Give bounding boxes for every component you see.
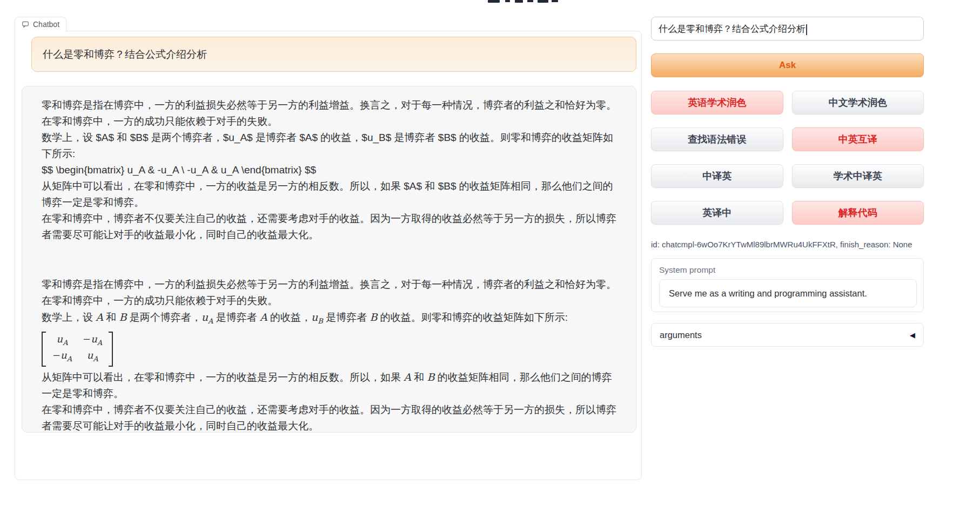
question-input[interactable]: 什么是零和博弈？结合公式介绍分析 — [651, 17, 924, 41]
heading-glyph-fragment — [488, 0, 500, 3]
action-academic-zh-to-en[interactable]: 学术中译英 — [792, 164, 924, 188]
bot-paragraph: 从矩阵中可以看出，在零和博弈中，一方的收益是另一方的相反数。所以，如果 $A$ … — [42, 178, 617, 211]
heading-glyph-fragment — [538, 0, 548, 3]
bot-message-block-raw: 零和博弈是指在博弈中，一方的利益损失必然等于另一方的利益增益。换言之，对于每一种… — [42, 97, 616, 243]
bot-paragraph: 在零和博弈中，博弈者不仅要关注自己的收益，还需要考虑对手的收益。因为一方取得的收… — [42, 211, 617, 243]
user-message-bubble: 什么是零和博弈？结合公式介绍分析 — [31, 37, 636, 72]
heading-glyph-fragment — [515, 0, 523, 3]
bot-message-block-rendered: 零和博弈是指在博弈中，一方的利益损失必然等于另一方的利益增益。换言之，对于每一种… — [42, 277, 616, 434]
matrix-cell: uA — [52, 333, 72, 349]
bot-paragraph: 数学上，设 $A$ 和 $B$ 是两个博弈者，$u_A$ 是博弈者 $A$ 的收… — [42, 130, 617, 162]
system-prompt-value: Serve me as a writing and programming as… — [669, 288, 867, 299]
bot-paragraph: 零和博弈是指在博弈中，一方的利益损失必然等于另一方的利益增益。换言之，对于每一种… — [42, 277, 617, 309]
text-caret — [806, 24, 807, 35]
response-meta-line: id: chatcmpl-6wOo7KrYTwMl89lbrMWRu4UkFFX… — [651, 240, 924, 249]
bot-paragraph: 在零和博弈中，博弈者不仅要关注自己的收益，还需要考虑对手的收益。因为一方取得的收… — [42, 402, 617, 434]
quick-action-grid: 英语学术润色 中文学术润色 查找语法错误 中英互译 中译英 学术中译英 英译中 … — [651, 91, 924, 225]
accordion-collapse-icon[interactable]: ◀ — [910, 331, 915, 339]
bot-paragraph-math: 从矩阵中可以看出，在零和博弈中，一方的收益是另一方的相反数。所以，如果 A 和 … — [42, 369, 617, 402]
heading-glyph-fragment — [505, 0, 510, 2]
bot-paragraph-math: 数学上，设 A 和 B 是两个博弈者，uA 是博弈者 A 的收益，uB 是博弈者… — [42, 309, 617, 329]
action-explain-code[interactable]: 解释代码 — [792, 201, 924, 225]
heading-glyph-fragment — [552, 0, 558, 2]
matrix-cell: −uA — [52, 349, 72, 366]
chatbot-panel-label-text: Chatbot — [33, 20, 59, 29]
payoff-matrix: uA −uA −uA uA — [42, 332, 113, 367]
user-message-text: 什么是零和博弈？结合公式介绍分析 — [43, 48, 207, 62]
action-english-academic-polish[interactable]: 英语学术润色 — [651, 91, 783, 114]
system-prompt-label: System prompt — [659, 265, 916, 275]
bot-paragraph: 零和博弈是指在博弈中，一方的利益损失必然等于另一方的利益增益。换言之，对于每一种… — [42, 97, 617, 130]
ask-button[interactable]: Ask — [651, 53, 924, 77]
heading-glyph-fragment — [527, 0, 533, 2]
clipped-page-heading — [488, 0, 558, 4]
matrix-left-bracket — [42, 332, 46, 367]
matrix-cell: uA — [83, 349, 102, 366]
action-zh-to-en[interactable]: 中译英 — [651, 164, 783, 188]
arguments-accordion-header[interactable]: arguments ◀ — [651, 323, 924, 347]
action-chinese-academic-polish[interactable]: 中文学术润色 — [792, 91, 924, 114]
control-column: 什么是零和博弈？结合公式介绍分析 Ask 英语学术润色 中文学术润色 查找语法错… — [651, 17, 924, 347]
action-find-grammar-errors[interactable]: 查找语法错误 — [651, 127, 783, 151]
chat-bubble-icon — [22, 21, 29, 28]
chatbot-panel-label: Chatbot — [15, 17, 66, 31]
arguments-accordion-label: arguments — [660, 330, 702, 340]
action-en-to-zh[interactable]: 英译中 — [651, 201, 783, 225]
matrix-right-bracket — [109, 332, 113, 367]
matrix-grid: uA −uA −uA uA — [46, 332, 109, 367]
matrix-cell: −uA — [83, 333, 102, 349]
app-root: Chatbot 什么是零和博弈？结合公式介绍分析 零和博弈是指在博弈中，一方的利… — [0, 0, 980, 519]
bot-paragraph-latex: $$ \begin{bmatrix} u_A & -u_A \ -u_A & u… — [42, 162, 617, 178]
system-prompt-card: System prompt Serve me as a writing and … — [651, 258, 924, 312]
action-zh-en-mutual-translate[interactable]: 中英互译 — [792, 127, 924, 151]
chatbot-messages[interactable]: 什么是零和博弈？结合公式介绍分析 零和博弈是指在博弈中，一方的利益损失必然等于另… — [15, 31, 642, 480]
system-prompt-input[interactable]: Serve me as a writing and programming as… — [659, 279, 917, 307]
question-input-value: 什么是零和博弈？结合公式介绍分析 — [659, 24, 806, 34]
bot-message-bubble: 零和博弈是指在博弈中，一方的利益损失必然等于另一方的利益增益。换言之，对于每一种… — [22, 86, 636, 433]
